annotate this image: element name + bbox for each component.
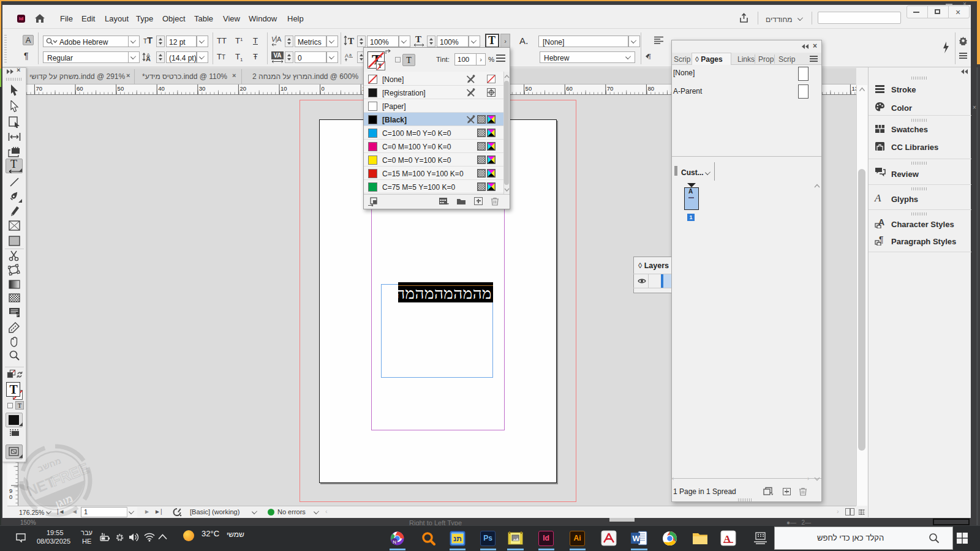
- svg-text:60: 60: [77, 85, 83, 92]
- svg-text:50: 50: [526, 85, 532, 92]
- svg-text:T: T: [348, 36, 354, 46]
- svg-text:130: 130: [851, 85, 856, 92]
- svg-text:0: 0: [9, 493, 12, 500]
- svg-text:W: W: [633, 534, 641, 543]
- svg-text:30: 30: [199, 85, 206, 92]
- svg-text:40: 40: [158, 85, 165, 92]
- svg-text:A: A: [345, 53, 349, 59]
- svg-text:a: a: [349, 53, 352, 57]
- svg-text:A: A: [723, 533, 731, 545]
- svg-text:A: A: [146, 55, 151, 62]
- svg-text:70: 70: [607, 85, 614, 92]
- svg-text:תנ: תנ: [453, 534, 462, 543]
- svg-text:T: T: [415, 35, 421, 44]
- svg-text:50: 50: [118, 85, 124, 92]
- svg-text:N: N: [393, 539, 396, 545]
- svg-text:0: 0: [322, 85, 325, 92]
- svg-text:10: 10: [281, 85, 287, 92]
- svg-text:20: 20: [239, 85, 246, 92]
- svg-text:60: 60: [566, 85, 573, 92]
- svg-text:70: 70: [36, 85, 42, 92]
- svg-text:A: A: [277, 36, 282, 43]
- svg-text:80: 80: [647, 85, 654, 92]
- svg-text:¶: ¶: [647, 53, 651, 60]
